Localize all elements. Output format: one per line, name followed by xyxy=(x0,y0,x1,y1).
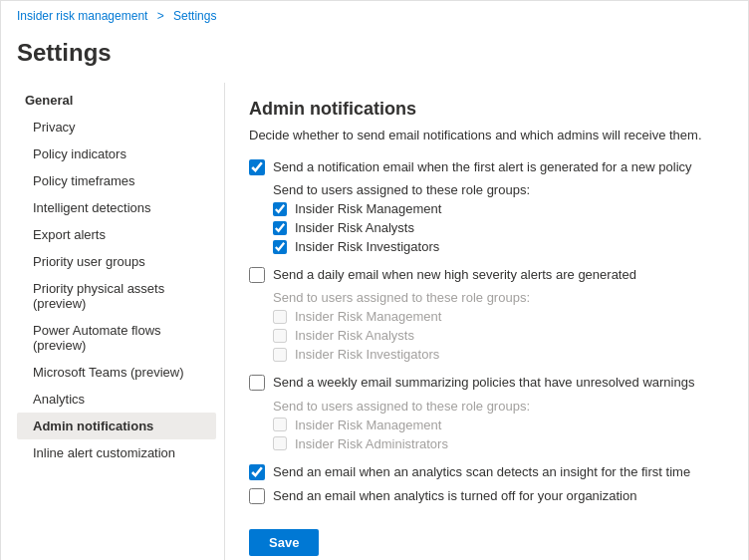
sidebar-item-admin-notifications[interactable]: Admin notifications xyxy=(17,413,216,439)
section-high-severity: Send a daily email when new high severit… xyxy=(249,266,708,362)
breadcrumb-separator: > xyxy=(157,9,164,23)
sidebar-item-intelligent-detections[interactable]: Intelligent detections xyxy=(17,194,216,221)
panel: Admin notifications Decide whether to se… xyxy=(224,83,732,560)
checkbox-unresolved-warnings[interactable] xyxy=(249,375,265,391)
checkbox-label-unresolved: Send a weekly email summarizing policies… xyxy=(273,374,694,392)
checkbox-row-unresolved: Send a weekly email summarizing policies… xyxy=(249,374,708,392)
checkbox-insider-risk-admins-3[interactable] xyxy=(273,436,287,450)
checkbox-insider-risk-analysts-2[interactable] xyxy=(273,329,287,343)
role-label-irm-1: Insider Risk Management xyxy=(295,201,441,216)
sidebar-item-analytics[interactable]: Analytics xyxy=(17,386,216,413)
role-label-iri-1: Insider Risk Investigators xyxy=(295,239,439,254)
page-title: Settings xyxy=(1,31,748,83)
sidebar-item-policy-timeframes[interactable]: Policy timeframes xyxy=(17,167,216,194)
section-standalone: Send an email when an analytics scan det… xyxy=(249,463,708,505)
role-groups-label-3: Send to users assigned to these role gro… xyxy=(273,399,708,414)
checkbox-label-high-severity: Send a daily email when new high severit… xyxy=(273,266,636,284)
checkbox-label-new-policy: Send a notification email when the first… xyxy=(273,158,692,176)
role-groups-label-1: Send to users assigned to these role gro… xyxy=(273,182,708,197)
role-label-ira-3: Insider Risk Administrators xyxy=(295,436,448,451)
role-label-ira-1: Insider Risk Analysts xyxy=(295,220,414,235)
checkbox-row-high-severity: Send a daily email when new high severit… xyxy=(249,266,708,284)
role-group-item: Insider Risk Administrators xyxy=(273,436,708,451)
section-new-policy-alert: Send a notification email when the first… xyxy=(249,158,708,254)
checkbox-label-analytics-off: Send an email when analytics is turned o… xyxy=(273,487,636,505)
checkbox-analytics-turned-off[interactable] xyxy=(249,488,265,504)
sidebar-item-privacy[interactable]: Privacy xyxy=(17,114,216,140)
checkbox-insider-risk-investigators-1[interactable] xyxy=(273,240,287,254)
role-group-item: Insider Risk Management xyxy=(273,201,708,216)
panel-description: Decide whether to send email notificatio… xyxy=(249,128,708,142)
main-content: General Privacy Policy indicators Policy… xyxy=(1,83,748,560)
checkbox-insider-risk-investigators-2[interactable] xyxy=(273,348,287,362)
role-label-iri-2: Insider Risk Investigators xyxy=(295,347,439,362)
sidebar-item-policy-indicators[interactable]: Policy indicators xyxy=(17,140,216,167)
sidebar-item-microsoft-teams[interactable]: Microsoft Teams (preview) xyxy=(17,359,216,386)
sidebar-item-priority-user-groups[interactable]: Priority user groups xyxy=(17,248,216,275)
role-label-ira-2: Insider Risk Analysts xyxy=(295,328,414,343)
panel-title: Admin notifications xyxy=(249,99,708,120)
checkbox-row-new-policy: Send a notification email when the first… xyxy=(249,158,708,176)
section-unresolved-warnings: Send a weekly email summarizing policies… xyxy=(249,374,708,450)
breadcrumb-current: Settings xyxy=(173,9,216,23)
checkbox-insider-risk-mgmt-2[interactable] xyxy=(273,310,287,324)
role-groups-label-2: Send to users assigned to these role gro… xyxy=(273,290,708,305)
sidebar: General Privacy Policy indicators Policy… xyxy=(17,83,216,560)
role-group-item: Insider Risk Analysts xyxy=(273,220,708,235)
page-wrapper: Insider risk management > Settings Setti… xyxy=(0,0,749,560)
sidebar-section-header: General xyxy=(17,87,216,114)
checkbox-insider-risk-mgmt-3[interactable] xyxy=(273,418,287,431)
sidebar-item-inline-alert-customization[interactable]: Inline alert customization xyxy=(17,439,216,466)
breadcrumb: Insider risk management > Settings xyxy=(1,1,748,31)
checkbox-insider-risk-mgmt-1[interactable] xyxy=(273,202,287,216)
sidebar-item-power-automate-flows[interactable]: Power Automate flows (preview) xyxy=(17,317,216,359)
role-group-item: Insider Risk Management xyxy=(273,309,708,324)
role-group-item: Insider Risk Investigators xyxy=(273,239,708,254)
checkbox-analytics-insight[interactable] xyxy=(249,464,265,480)
checkbox-row-analytics-insight: Send an email when an analytics scan det… xyxy=(249,463,708,481)
sidebar-item-export-alerts[interactable]: Export alerts xyxy=(17,221,216,248)
role-label-irm-2: Insider Risk Management xyxy=(295,309,441,324)
checkbox-label-analytics-insight: Send an email when an analytics scan det… xyxy=(273,463,690,481)
checkbox-insider-risk-analysts-1[interactable] xyxy=(273,221,287,235)
save-button[interactable]: Save xyxy=(249,529,319,556)
checkbox-row-analytics-off: Send an email when analytics is turned o… xyxy=(249,487,708,505)
role-group-item: Insider Risk Investigators xyxy=(273,347,708,362)
checkbox-new-policy[interactable] xyxy=(249,159,265,175)
checkbox-high-severity[interactable] xyxy=(249,267,265,283)
breadcrumb-parent[interactable]: Insider risk management xyxy=(17,9,147,23)
sidebar-item-priority-physical-assets[interactable]: Priority physical assets (preview) xyxy=(17,275,216,317)
role-group-item: Insider Risk Management xyxy=(273,418,708,432)
role-label-irm-3: Insider Risk Management xyxy=(295,418,441,432)
role-group-item: Insider Risk Analysts xyxy=(273,328,708,343)
